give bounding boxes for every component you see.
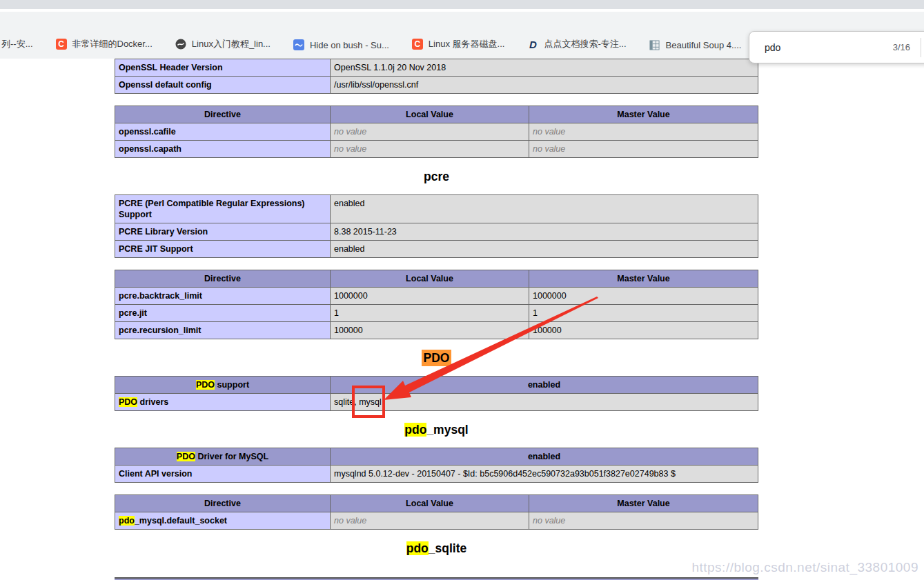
table-row: PCRE (Perl Compatible Regular Expression… [115, 195, 758, 223]
bookmark-item[interactable]: CLinux 服务器磁盘... [412, 38, 505, 50]
text-segment: pcre.recursion_limit [119, 326, 201, 335]
header-cell: Directive [115, 495, 331, 512]
header-cell: Local Value [331, 106, 529, 123]
text-segment: pcre.backtrack_limit [119, 291, 202, 301]
find-input[interactable]: pdo [765, 42, 893, 53]
text-segment: Master Value [617, 274, 669, 283]
bookmark-label: 非常详细的Docker... [72, 38, 153, 50]
text-segment: Directive [204, 274, 241, 283]
bookmark-item[interactable]: Beautiful Soup 4.... [649, 39, 742, 50]
text-segment: pcre.jit [119, 308, 147, 318]
no-value-text: no value [533, 144, 565, 154]
find-match-highlight: pdo [406, 541, 429, 555]
phpinfo-table: DirectiveLocal ValueMaster Valueopenssl.… [115, 106, 758, 158]
text-segment: openssl.capath [119, 144, 181, 154]
header-cell: Master Value [529, 270, 758, 288]
value-cell: 1000000 [331, 288, 529, 305]
text-segment: 1000000 [334, 291, 368, 301]
value-cell: enabled [331, 241, 758, 258]
no-value-text: no value [533, 127, 565, 137]
label-cell: Openssl default config [115, 77, 331, 94]
header-cell: Master Value [529, 106, 758, 123]
text-segment: pcre [424, 170, 449, 183]
text-segment: PCRE (Perl Compatible Regular Expression… [119, 199, 305, 219]
header-cell: enabled [331, 448, 758, 466]
value-cell: /usr/lib/ssl/openssl.cnf [331, 77, 758, 94]
value-cell: 1 [529, 305, 758, 322]
value-cell: 100000 [529, 322, 758, 339]
find-match-highlight: pdo [404, 423, 426, 437]
next-table-partial [115, 577, 758, 580]
text-segment: enabled [334, 199, 365, 208]
section-heading: pcre [115, 170, 758, 184]
table-row: PDO driverssqlite, mysql [115, 394, 758, 411]
text-segment: _mysql [426, 423, 468, 437]
value-cell: 100000 [331, 322, 529, 339]
text-segment: Local Value [406, 274, 453, 283]
table-row: PCRE JIT Supportenabled [115, 241, 758, 258]
bookmark-label: Beautiful Soup 4.... [666, 40, 742, 50]
label-cell: pcre.recursion_limit [115, 322, 331, 339]
find-match-active-highlight: PDO [422, 350, 452, 366]
text-segment: Client API version [119, 469, 193, 479]
bookmark-item[interactable]: Linux入门教程_lin... [175, 38, 271, 50]
value-cell: OpenSSL 1.1.0j 20 Nov 2018 [331, 59, 758, 77]
phpinfo-table: OpenSSL Header VersionOpenSSL 1.1.0j 20 … [115, 59, 758, 94]
table-row: pdo_mysql.default_socketno valueno value [115, 512, 758, 530]
value-cell: no value [331, 141, 529, 158]
text-segment: mysqlnd 5.0.12-dev - 20150407 - $Id: b5c… [334, 469, 676, 479]
header-cell: Directive [115, 270, 331, 288]
bookmark-label: 列--安... [1, 38, 33, 50]
table-row: pcre.recursion_limit100000100000 [115, 322, 758, 339]
text-segment: Driver for MySQL [195, 452, 268, 461]
value-cell: 1 [331, 305, 529, 322]
no-value-text: no value [334, 144, 366, 154]
find-match-highlight: pdo [119, 516, 135, 526]
text-segment: openssl.cafile [119, 127, 176, 137]
text-segment: enabled [528, 380, 560, 390]
section-heading: PDO [115, 351, 758, 366]
text-segment: Local Value [406, 499, 453, 508]
label-cell: openssl.cafile [115, 123, 331, 141]
text-segment: enabled [334, 244, 365, 254]
header-cell: PDO Driver for MySQL [115, 448, 331, 466]
text-segment: 1 [334, 308, 339, 318]
bookmark-label: Linux入门教程_lin... [192, 38, 271, 50]
phpinfo-table: PDO supportenabledPDO driverssqlite, mys… [115, 376, 758, 411]
section-heading: pdo_mysql [115, 423, 758, 437]
text-segment: support [215, 380, 249, 390]
table-row: DirectiveLocal ValueMaster Value [115, 270, 758, 288]
find-divider [921, 38, 921, 57]
text-segment: _sqlite [429, 541, 466, 555]
phpinfo-table: PDO Driver for MySQLenabledClient API ve… [115, 448, 758, 483]
text-segment: 8.38 2015-11-23 [334, 227, 397, 237]
header-cell: PDO support [115, 377, 331, 394]
watermark: https://blog.csdn.net/sinat_33801009 [691, 560, 918, 575]
table-row: PCRE Library Version8.38 2015-11-23 [115, 223, 758, 241]
value-cell: no value [529, 123, 758, 141]
label-cell: pcre.backtrack_limit [115, 288, 331, 305]
value-cell: enabled [331, 195, 758, 223]
text-segment: Directive [204, 110, 241, 119]
table-row: PDO supportenabled [115, 377, 758, 394]
bookmark-item[interactable]: Hide on bush - Su... [293, 39, 389, 50]
label-cell: PCRE Library Version [115, 223, 331, 241]
bookmark-item[interactable]: D点点文档搜索-专注... [527, 38, 626, 50]
phpinfo-table: PCRE (Perl Compatible Regular Expression… [115, 194, 758, 258]
text-segment: PCRE Library Version [119, 227, 208, 237]
text-segment: enabled [528, 452, 560, 461]
text-segment: Master Value [617, 499, 669, 508]
bookmark-item[interactable]: 列--安... [1, 38, 33, 50]
text-segment: _mysql.default_socket [135, 516, 227, 526]
table-row: PDO Driver for MySQLenabled [115, 448, 758, 466]
find-match-highlight: PDO [119, 397, 137, 407]
header-cell: Master Value [529, 495, 758, 512]
phpinfo-table: DirectiveLocal ValueMaster Valuepdo_mysq… [115, 494, 758, 530]
csdn-icon: C [56, 39, 67, 50]
globe-icon [175, 39, 186, 50]
no-value-text: no value [533, 516, 565, 526]
value-cell: no value [331, 512, 529, 530]
find-match-highlight: PDO [177, 452, 195, 461]
bookmark-item[interactable]: C非常详细的Docker... [56, 38, 153, 50]
text-segment: Openssl default config [119, 80, 212, 90]
